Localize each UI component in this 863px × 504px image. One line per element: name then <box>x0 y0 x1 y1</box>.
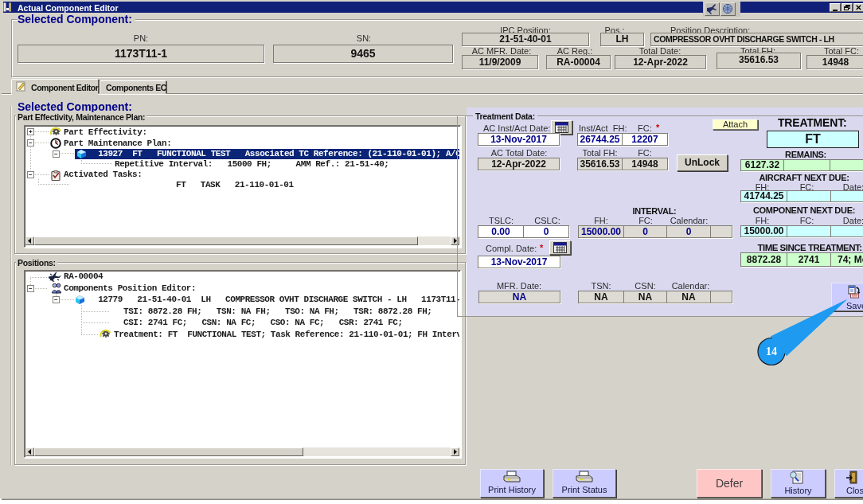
svg-text:14: 14 <box>766 346 777 357</box>
